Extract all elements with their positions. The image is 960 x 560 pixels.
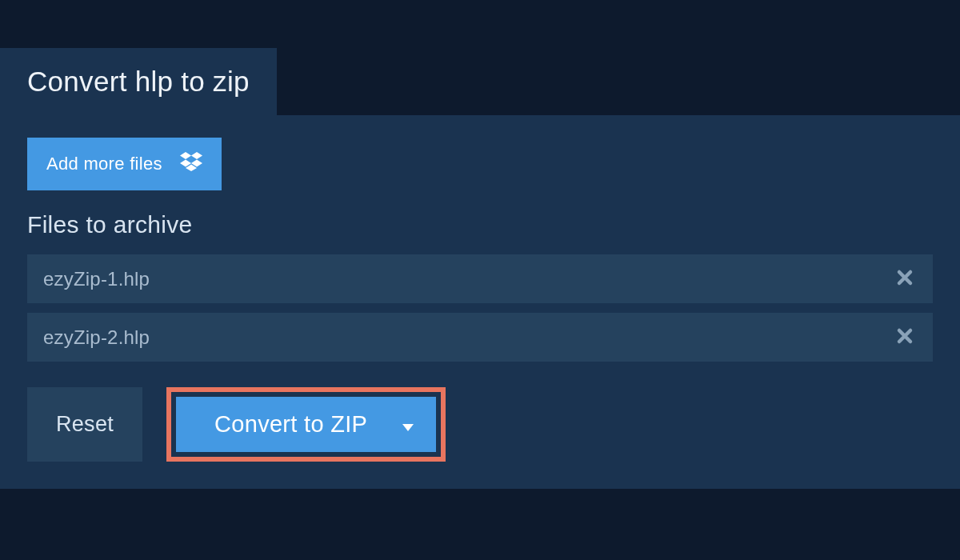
close-icon <box>896 327 914 347</box>
list-item: ezyZip-1.hlp <box>27 254 933 303</box>
files-section-title: Files to archive <box>27 211 933 238</box>
convert-highlight-wrapper: Convert to ZIP <box>166 387 446 462</box>
convert-label: Convert to ZIP <box>214 411 367 438</box>
remove-file-button[interactable] <box>893 324 917 350</box>
top-bar <box>0 0 960 48</box>
remove-file-button[interactable] <box>893 266 917 292</box>
button-row: Reset Convert to ZIP <box>27 387 933 462</box>
convert-to-zip-button[interactable]: Convert to ZIP <box>176 397 436 452</box>
file-name: ezyZip-2.hlp <box>43 326 150 349</box>
dropbox-icon <box>180 152 202 176</box>
add-more-files-button[interactable]: Add more files <box>27 138 222 190</box>
add-more-files-label: Add more files <box>46 154 162 174</box>
caret-down-icon <box>402 411 414 438</box>
file-name: ezyZip-1.hlp <box>43 268 150 290</box>
reset-button[interactable]: Reset <box>27 387 142 462</box>
main-content: Add more files Files to archive ezyZip-1… <box>0 115 960 489</box>
page-title: Convert hlp to zip <box>27 66 250 98</box>
list-item: ezyZip-2.hlp <box>27 313 933 362</box>
file-list: ezyZip-1.hlp ezyZip-2.hlp <box>27 254 933 362</box>
close-icon <box>896 269 914 289</box>
tab-header: Convert hlp to zip <box>0 48 277 115</box>
footer-bar <box>0 489 960 521</box>
